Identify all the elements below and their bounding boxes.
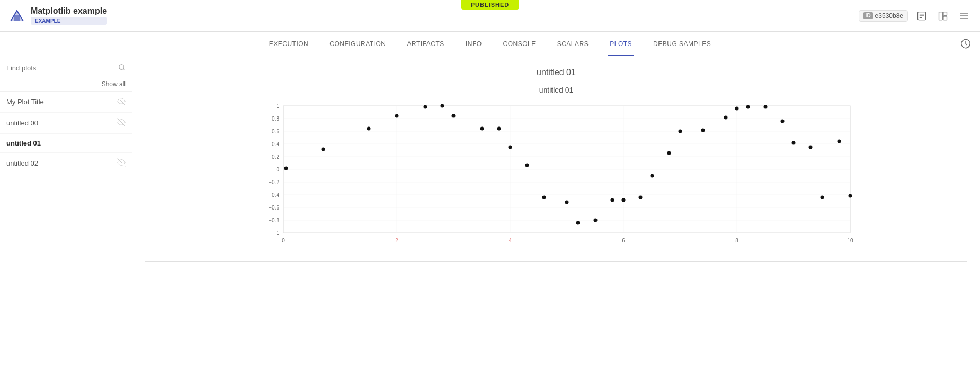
- sidebar-item-untitled-01[interactable]: untitled 01: [0, 134, 132, 153]
- main-layout: Show all My Plot Title untitled 00: [0, 57, 980, 372]
- svg-text:−0.8: −0.8: [269, 217, 279, 223]
- plot-subtitle: untitled 01: [145, 86, 967, 94]
- svg-text:0.2: 0.2: [272, 154, 279, 160]
- tab-plots[interactable]: PLOTS: [608, 33, 634, 56]
- search-icon: [118, 63, 126, 72]
- tab-configuration[interactable]: CONFIGURATION: [327, 33, 388, 56]
- sidebar-item-label: untitled 00: [6, 119, 38, 127]
- plot-section: untitled 01 untitled 01: [145, 68, 967, 262]
- chart-container: untitled 01: [145, 86, 967, 251]
- svg-point-77: [764, 105, 768, 109]
- tab-scalars[interactable]: SCALARS: [555, 33, 591, 56]
- eye-hidden-icon: [117, 97, 126, 107]
- svg-point-59: [480, 127, 484, 131]
- svg-point-55: [395, 114, 399, 118]
- layout-button[interactable]: [936, 8, 950, 23]
- tab-execution[interactable]: EXECUTION: [267, 33, 311, 56]
- example-badge: EXAMPLE: [31, 17, 107, 25]
- id-badge: ID e3530b8e: [859, 10, 908, 22]
- id-label: ID: [863, 12, 873, 19]
- svg-point-63: [542, 196, 546, 199]
- svg-point-68: [622, 198, 626, 202]
- nav-tabs: EXECUTION CONFIGURATION ARTIFACTS INFO C…: [0, 32, 980, 57]
- svg-point-12: [119, 65, 124, 69]
- svg-text:−1: −1: [273, 230, 280, 236]
- app-title: Matplotlib example: [31, 6, 107, 16]
- svg-text:−0.4: −0.4: [269, 192, 279, 198]
- svg-text:0.4: 0.4: [272, 141, 279, 147]
- svg-text:−0.6: −0.6: [269, 205, 279, 211]
- svg-point-79: [792, 141, 796, 145]
- svg-rect-7: [943, 16, 947, 20]
- sidebar-item-untitled-00[interactable]: untitled 00: [0, 113, 132, 134]
- sidebar-item-label: My Plot Title: [6, 98, 44, 106]
- app-logo-icon: [8, 7, 25, 24]
- tab-console[interactable]: CONSOLE: [501, 33, 538, 56]
- svg-point-74: [724, 116, 728, 120]
- svg-point-67: [611, 198, 614, 202]
- sidebar: Show all My Plot Title untitled 00: [0, 57, 132, 372]
- svg-point-57: [441, 104, 444, 108]
- svg-point-80: [809, 146, 813, 149]
- svg-text:0: 0: [276, 167, 279, 173]
- svg-point-62: [525, 164, 529, 167]
- svg-point-81: [821, 196, 824, 199]
- svg-point-53: [322, 148, 325, 151]
- tab-artifacts[interactable]: ARTIFACTS: [405, 33, 447, 56]
- svg-rect-0: [14, 15, 20, 21]
- svg-point-82: [838, 140, 841, 143]
- svg-line-13: [123, 69, 125, 70]
- svg-point-54: [367, 127, 371, 131]
- header-logo: Matplotlib example EXAMPLE: [8, 6, 107, 25]
- plot-section-title: untitled 01: [145, 68, 967, 77]
- text-view-button[interactable]: [914, 8, 929, 23]
- svg-point-72: [679, 130, 682, 133]
- show-all-button[interactable]: Show all: [0, 77, 132, 92]
- eye-hidden-icon: [117, 118, 126, 128]
- svg-point-69: [639, 196, 643, 199]
- sidebar-item-my-plot-title[interactable]: My Plot Title: [0, 92, 132, 113]
- sidebar-item-untitled-02[interactable]: untitled 02: [0, 153, 132, 174]
- header-title-block: Matplotlib example EXAMPLE: [31, 6, 107, 25]
- svg-point-75: [735, 107, 739, 111]
- svg-point-71: [667, 151, 671, 155]
- svg-rect-5: [939, 12, 943, 20]
- sidebar-search: [0, 57, 132, 77]
- svg-point-70: [651, 174, 654, 178]
- published-banner: PUBLISHED: [461, 0, 519, 10]
- tab-info[interactable]: INFO: [464, 33, 484, 56]
- svg-point-66: [594, 219, 598, 222]
- svg-text:0.6: 0.6: [272, 129, 279, 134]
- svg-point-52: [284, 167, 288, 170]
- svg-point-65: [576, 221, 580, 225]
- svg-point-78: [781, 120, 785, 123]
- refresh-button[interactable]: [960, 38, 972, 51]
- svg-point-83: [849, 194, 852, 198]
- svg-point-73: [701, 129, 705, 132]
- svg-text:2: 2: [395, 238, 398, 243]
- search-input[interactable]: [6, 64, 115, 72]
- svg-point-61: [509, 146, 512, 149]
- svg-text:−0.2: −0.2: [269, 179, 279, 185]
- svg-point-64: [565, 201, 569, 204]
- svg-text:0: 0: [282, 238, 285, 243]
- menu-button[interactable]: [957, 8, 972, 23]
- svg-text:10: 10: [847, 238, 853, 243]
- svg-point-58: [452, 114, 456, 118]
- svg-point-60: [497, 127, 501, 131]
- sidebar-item-label: untitled 01: [6, 139, 41, 147]
- svg-rect-6: [943, 12, 947, 15]
- scatter-chart: 1 0.8 0.6 0.4 0.2 0 −0.2 −0.4 −0.6 −0.8 …: [145, 101, 967, 249]
- eye-hidden-icon: [117, 158, 126, 168]
- svg-text:0.8: 0.8: [272, 116, 279, 122]
- content-area: untitled 01 untitled 01: [132, 57, 980, 372]
- svg-text:4: 4: [509, 238, 512, 243]
- sidebar-item-label: untitled 02: [6, 159, 38, 167]
- header-right: ID e3530b8e: [859, 8, 972, 23]
- svg-text:6: 6: [622, 238, 625, 243]
- svg-text:1: 1: [276, 103, 279, 109]
- svg-point-76: [746, 105, 750, 109]
- id-value: e3530b8e: [875, 12, 903, 20]
- tab-debug-samples[interactable]: DEBUG SAMPLES: [651, 33, 713, 56]
- svg-point-56: [424, 105, 427, 109]
